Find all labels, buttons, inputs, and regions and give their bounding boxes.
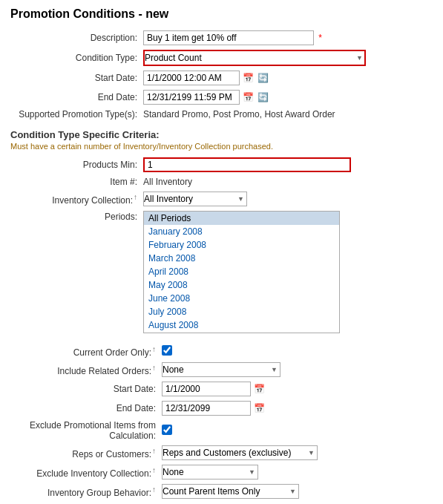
exclude-promo-label: Exclude Promotional Items from Calculati… [10,418,159,443]
include-related-select-wrap: None All Direct [162,362,280,377]
reps-customers-select-wrap: Reps and Customers (exclusive) Reps Only… [162,445,318,460]
description-label: Description: [10,28,140,48]
condition-type-field-wrap: Product Count Order Amount Quantity [140,48,433,68]
exclude-inventory-select-wrap: None [162,465,258,480]
periods-row: Periods: All Periods January 2008 Februa… [10,209,433,336]
extra-end-date-field: 📅 [159,399,433,418]
criteria-section: Condition Type Specific Criteria: Must h… [10,129,433,336]
current-order-field [159,343,433,360]
item-label: Item #: [10,174,140,189]
supported-value: Standard Promo, Post Promo, Host Award O… [140,107,433,122]
extra-start-date-row: Start Date: 📅 [10,379,433,399]
period-aug-2008[interactable]: August 2008 [144,318,339,332]
supported-label: Supported Promotion Type(s): [10,107,140,122]
condition-type-row: Condition Type: Product Count Order Amou… [10,48,433,68]
products-min-label: Products Min: [10,155,140,174]
exclude-inventory-row: Exclude Inventory Collection:↑ None [10,462,433,482]
header-form: Description: * Condition Type: Product C… [10,28,433,122]
inventory-collection-select[interactable]: All Inventory [143,192,247,206]
condition-type-select-wrap: Product Count Order Amount Quantity [143,50,366,66]
reps-customers-row: Reps or Customers:↑ Reps and Customers (… [10,443,433,462]
products-min-input[interactable] [143,157,351,172]
end-date-calendar-icon[interactable]: 📅 [241,91,255,104]
include-related-field: None All Direct [159,360,433,379]
period-apr-2008[interactable]: April 2008 [144,265,339,278]
extra-start-date-field: 📅 [159,379,433,399]
item-row: Item #: All Inventory [10,174,433,189]
start-date-calendar-icon[interactable]: 📅 [241,71,255,85]
inventory-group-select-wrap: Count Parent Items Only Count All Items [162,484,299,499]
period-may-2008[interactable]: May 2008 [144,278,339,292]
include-related-select[interactable]: None All Direct [162,362,280,377]
start-date-refresh-icon[interactable]: 🔄 [256,71,269,85]
period-mar-2008[interactable]: March 2008 [144,252,339,265]
products-min-field-wrap [140,155,433,174]
current-order-checkbox[interactable] [162,345,172,356]
period-jul-2008[interactable]: July 2008 [144,305,339,318]
end-date-refresh-icon[interactable]: 🔄 [256,91,269,104]
reps-customers-field: Reps and Customers (exclusive) Reps Only… [159,443,433,462]
inventory-collection-field-wrap: All Inventory [140,189,433,209]
extra-end-date-label: End Date: [10,399,159,418]
products-min-row: Products Min: [10,155,433,174]
period-jan-2008[interactable]: January 2008 [144,225,339,238]
condition-type-select[interactable]: Product Count Order Amount Quantity [143,50,366,66]
end-date-input[interactable] [143,90,240,105]
start-date-label: Start Date: [10,68,140,88]
extra-end-date-wrap: 📅 [162,401,266,416]
periods-field-wrap: All Periods January 2008 February 2008 M… [140,209,433,336]
inventory-collection-select-wrap: All Inventory [143,192,247,206]
reps-customers-tooltip-icon: ↑ [152,447,156,455]
inventory-group-tooltip-icon: ↑ [152,485,156,494]
exclude-promo-checkbox[interactable] [162,425,172,435]
end-date-row: End Date: 📅 🔄 [10,88,433,107]
inventory-group-field: Count Parent Items Only Count All Items [159,482,433,501]
start-date-row: Start Date: 📅 🔄 [10,68,433,88]
end-date-wrap: 📅 🔄 [143,90,269,105]
exclude-inventory-field: None [159,462,433,482]
supported-row: Supported Promotion Type(s): Standard Pr… [10,107,433,122]
include-related-tooltip-icon: ↑ [152,364,156,372]
extra-start-date-calendar-icon[interactable]: 📅 [252,382,266,396]
required-star: * [318,33,322,43]
inventory-group-row: Inventory Group Behavior:↑ Count Parent … [10,482,433,501]
period-jun-2008[interactable]: June 2008 [144,292,339,305]
reps-customers-label: Reps or Customers:↑ [10,443,159,462]
description-input[interactable] [143,30,314,45]
extra-start-date-wrap: 📅 [162,382,266,396]
description-field-wrap: * [140,28,433,48]
exclude-inventory-select[interactable]: None [162,465,258,480]
extra-start-date-input[interactable] [162,382,251,396]
periods-listbox[interactable]: All Periods January 2008 February 2008 M… [143,211,340,333]
period-all-periods[interactable]: All Periods [144,212,339,225]
exclude-inventory-tooltip-icon: ↑ [152,466,156,474]
current-order-tooltip-icon: ↑ [152,345,156,353]
inventory-collection-label: Inventory Collection:↑ [10,189,140,209]
end-date-label: End Date: [10,88,140,107]
start-date-input[interactable] [143,71,240,85]
item-value: All Inventory [140,174,433,189]
extra-end-date-input[interactable] [162,401,251,416]
start-date-wrap: 📅 🔄 [143,71,269,85]
include-related-label: Include Related Orders:↑ [10,360,159,379]
period-sep-2008[interactable]: September 2008 [144,332,339,333]
criteria-note: Must have a certain number of Inventory/… [10,142,433,151]
period-feb-2008[interactable]: February 2008 [144,238,339,252]
page-title: Promotion Conditions - new [10,7,433,21]
inventory-group-label: Inventory Group Behavior:↑ [10,482,159,501]
current-order-row: Current Order Only:↑ [10,343,433,360]
exclude-promo-field [159,418,433,443]
condition-type-label: Condition Type: [10,48,140,68]
extra-end-date-row: End Date: 📅 [10,399,433,418]
end-date-field-wrap: 📅 🔄 [140,88,433,107]
description-row: Description: * [10,28,433,48]
reps-customers-select[interactable]: Reps and Customers (exclusive) Reps Only… [162,445,318,460]
exclude-inventory-label: Exclude Inventory Collection:↑ [10,462,159,482]
inventory-group-select[interactable]: Count Parent Items Only Count All Items [162,484,299,499]
current-order-label: Current Order Only:↑ [10,343,159,360]
inventory-collection-tooltip-icon: ↑ [134,193,137,201]
extra-start-date-label: Start Date: [10,379,159,399]
criteria-form: Products Min: Item #: All Inventory Inve… [10,155,433,336]
extra-end-date-calendar-icon[interactable]: 📅 [252,402,266,415]
include-related-row: Include Related Orders:↑ None All Direct [10,360,433,379]
